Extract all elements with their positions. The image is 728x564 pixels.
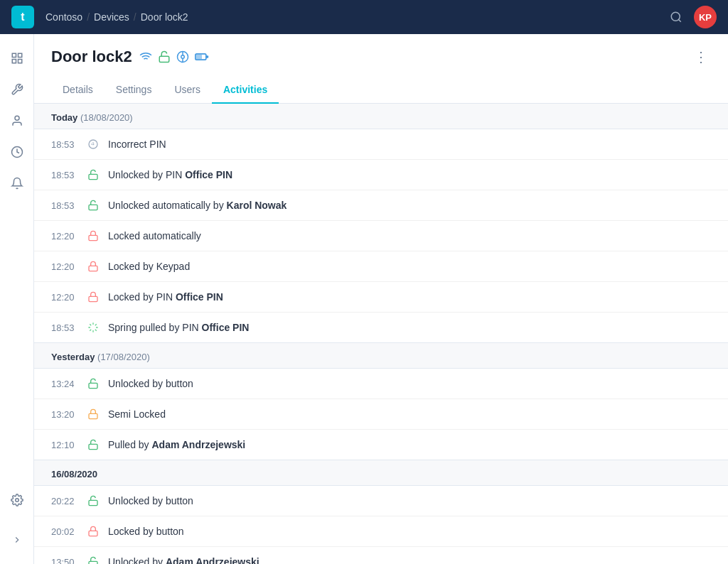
day-section-16aug: 16/08/2020 20:22 Unlocked by button 20:0… [34,460,728,564]
day-label-16aug: 16/08/2020 [51,469,97,479]
svg-point-12 [181,55,184,59]
tab-bar: Details Settings Users Activities [51,77,711,103]
activity-time: 12:10 [51,440,85,450]
unlock-icon [85,200,101,211]
sidebar-collapse-button[interactable] [4,527,30,553]
activity-row: 20:02 Locked by button [34,516,728,547]
activity-time: 12:20 [51,231,85,242]
day-date-yesterday: (17/08/2020) [97,352,150,362]
activity-list-today: 18:53 Incorrect PIN 18:53 Unlocked by PI… [34,129,728,343]
day-header-yesterday: Yesterday (17/08/2020) [34,343,728,368]
activity-time: 12:20 [51,261,85,272]
sidebar-item-bell[interactable] [4,170,30,196]
pin-error-icon [85,139,101,150]
search-button[interactable] [667,8,685,26]
semi-lock-icon [85,408,101,420]
activity-row: 13:24 Unlocked by button [34,369,728,399]
svg-point-0 [671,12,680,21]
svg-rect-3 [18,53,21,57]
sidebar-item-grid[interactable] [4,45,30,71]
svg-rect-29 [89,500,97,505]
svg-rect-28 [89,444,97,449]
tab-activities[interactable]: Activities [212,77,279,104]
activity-description: Semi Locked [108,408,711,420]
lock-status-icon [158,50,171,63]
svg-line-1 [678,19,680,21]
activity-time: 20:02 [51,526,85,537]
top-nav-actions: KP [667,6,717,28]
activity-description: Pulled by Adam Andrzejewski [108,439,711,450]
device-status-icons [139,50,209,63]
day-label-yesterday: Yesterday [51,352,95,362]
tab-details[interactable]: Details [51,77,105,104]
lock-icon [85,230,101,242]
user-avatar-button[interactable]: KP [694,6,717,28]
page-header: Door lock2 [34,34,728,104]
activity-description: Locked by button [108,526,711,537]
activity-feed[interactable]: Today (18/08/2020) 18:53 Incorrect PIN 1… [34,104,728,564]
activity-time: 20:22 [51,496,85,506]
activity-row: 12:10 Pulled by Adam Andrzejewski [34,430,728,460]
main-content: Door lock2 [34,34,728,564]
activity-row: 13:20 Semi Locked [34,399,728,430]
sidebar-item-clock[interactable] [4,139,30,165]
more-options-button[interactable]: ⋮ [691,45,711,68]
activity-time: 12:20 [51,292,85,303]
activity-time: 18:53 [51,139,85,150]
activity-row: 18:53 Unlocked by PIN Office PIN [34,160,728,190]
svg-rect-5 [18,60,21,63]
breadcrumb-contoso[interactable]: Contoso [46,11,82,23]
svg-rect-31 [89,561,97,564]
svg-rect-2 [12,53,16,57]
tab-settings[interactable]: Settings [105,77,164,104]
activity-list-16aug: 20:22 Unlocked by button 20:02 Locked by… [34,485,728,564]
day-header-16aug: 16/08/2020 [34,460,728,485]
activity-time: 18:53 [51,170,85,180]
day-label-today: Today [51,112,77,123]
top-navigation: t Contoso / Devices / Door lock2 KP [0,0,728,34]
svg-rect-4 [12,60,16,63]
page-title: Door lock2 [51,48,209,66]
svg-rect-23 [89,235,97,240]
activity-time: 13:20 [51,409,85,420]
activity-description: Unlocked by PIN Office PIN [108,169,711,180]
activity-description: Unlocked by Adam Andrzejewski [108,556,711,564]
app-logo: t [11,6,34,28]
activity-description: Locked by PIN Office PIN [108,291,711,303]
day-header-today: Today (18/08/2020) [34,104,728,129]
svg-rect-30 [89,531,97,536]
svg-rect-17 [196,55,201,60]
breadcrumb-devices[interactable]: Devices [94,11,129,23]
sidebar-item-settings[interactable] [4,487,30,513]
day-section-today: Today (18/08/2020) 18:53 Incorrect PIN 1… [34,104,728,343]
activity-row: 12:20 Locked by Keypad [34,251,728,282]
svg-rect-25 [89,296,97,301]
activity-row: 13:50 Unlocked by Adam Andrzejewski [34,547,728,564]
activity-row: 18:53 Spring pulled by PIN Office PIN [34,313,728,342]
activity-time: 18:53 [51,200,85,211]
svg-point-6 [15,116,19,120]
battery-icon [195,52,209,62]
activity-description: Locked automatically [108,230,711,242]
spring-icon [85,322,101,333]
svg-rect-22 [89,205,97,210]
lock-icon [85,526,101,537]
unlock-icon [85,169,101,180]
tab-users[interactable]: Users [163,77,212,104]
svg-rect-10 [159,56,169,62]
unlock-icon [85,495,101,506]
activity-description: Spring pulled by PIN Office PIN [108,322,711,333]
activity-row: 18:53 Incorrect PIN [34,129,728,160]
lock-icon [85,261,101,272]
sidebar [0,34,34,564]
unlock-icon [85,378,101,389]
activity-description: Unlocked by button [108,495,711,506]
entry-icon [176,50,189,63]
svg-rect-27 [89,413,97,418]
activity-row: 12:20 Locked by PIN Office PIN [34,282,728,313]
activity-row: 18:53 Unlocked automatically by Karol No… [34,190,728,221]
sidebar-item-wrench[interactable] [4,77,30,102]
svg-rect-24 [89,266,97,271]
sidebar-item-users[interactable] [4,108,30,134]
day-section-yesterday: Yesterday (17/08/2020) 13:24 Unlocked by… [34,343,728,460]
